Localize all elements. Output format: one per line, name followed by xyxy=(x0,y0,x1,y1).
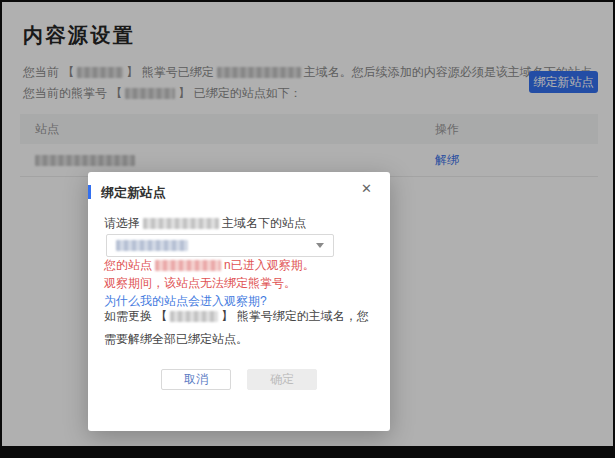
redacted-domain-name xyxy=(143,218,219,229)
modal-title-accent-bar xyxy=(88,185,91,199)
confirm-button[interactable]: 确定 xyxy=(247,369,317,390)
bind-new-site-modal: 绑定新站点 ✕ 请选择主域名下的站点 您的站点n已进入观察期。 观察期间，该站点… xyxy=(88,172,390,431)
rebind-note: 如需更换 【】 熊掌号绑定的主域名，您需要解绑全部已绑定站点。 xyxy=(104,305,377,351)
warning-text-line2: 观察期间，该站点无法绑定熊掌号。 xyxy=(104,275,296,292)
screenshot-frame: 内容源设置 您当前 【】 熊掌号已绑定主域名。您后续添加的内容源必须是该主域名下… xyxy=(0,0,615,458)
cancel-button[interactable]: 取消 xyxy=(161,369,231,390)
close-icon[interactable]: ✕ xyxy=(361,181,372,197)
chevron-down-icon xyxy=(316,243,324,248)
warning-text-line1: 您的站点n已进入观察期。 xyxy=(104,257,315,274)
select-site-label: 请选择主域名下的站点 xyxy=(104,215,306,232)
redacted-site-name xyxy=(155,260,221,271)
modal-title: 绑定新站点 xyxy=(101,184,166,202)
modal-action-buttons: 取消 确定 xyxy=(88,369,390,390)
redacted-account-name xyxy=(170,311,218,322)
content-source-settings-page: 内容源设置 您当前 【】 熊掌号已绑定主域名。您后续添加的内容源必须是该主域名下… xyxy=(2,2,613,446)
site-select-dropdown[interactable] xyxy=(106,234,334,257)
redacted-selected-site xyxy=(116,240,188,251)
